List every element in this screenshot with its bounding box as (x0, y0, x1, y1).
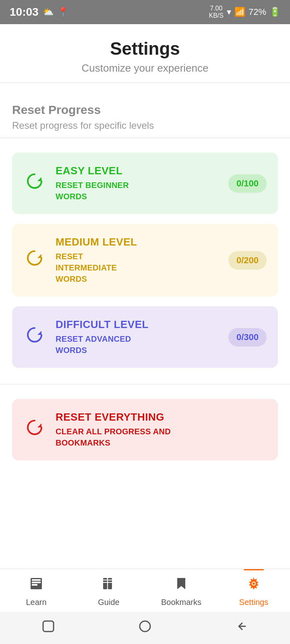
battery-percent: 72% (249, 7, 266, 17)
home-square-button[interactable] (41, 619, 56, 637)
status-left: 10:03 ⛅ 📍 (10, 6, 68, 19)
page-subtitle: Customize your experience (8, 62, 282, 74)
nav-items-container: Learn Guide Bookmarks (0, 569, 290, 612)
reset-all-name: RESET EVERYTHING (56, 411, 267, 423)
medium-level-name: MEDIUM LEVEL (56, 236, 219, 248)
status-bar: 10:03 ⛅ 📍 7.00KB/S ▾ 📶 72% 🔋 (0, 0, 290, 24)
reset-all-card[interactable]: RESET EVERYTHING CLEAR ALL PROGRESS ANDB… (12, 399, 278, 460)
easy-level-card[interactable]: EASY LEVEL RESET BEGINNERWORDS 0/100 (12, 153, 278, 214)
network-speed: 7.00KB/S (209, 5, 223, 19)
back-button[interactable] (234, 619, 249, 637)
easy-level-name: EASY LEVEL (56, 165, 219, 177)
learn-icon (29, 576, 44, 594)
svg-rect-7 (32, 584, 37, 586)
svg-point-18 (140, 621, 150, 632)
bottom-divider (0, 384, 290, 384)
section-divider (0, 138, 290, 138)
nav-item-settings[interactable]: Settings (218, 576, 290, 607)
guide-icon (102, 576, 116, 594)
svg-marker-3 (37, 423, 41, 427)
signal-icon: 📶 (234, 7, 245, 17)
difficult-level-card[interactable]: DIFFICULT LEVEL RESET ADVANCEDWORDS 0/30… (12, 306, 278, 368)
status-time: 10:03 (10, 6, 39, 19)
easy-card-info: EASY LEVEL RESET BEGINNERWORDS (56, 165, 219, 202)
reset-all-card-info: RESET EVERYTHING CLEAR ALL PROGRESS ANDB… (56, 411, 267, 448)
bookmarks-icon (174, 576, 188, 594)
svg-marker-0 (37, 177, 41, 181)
bottom-navigation: Learn Guide Bookmarks (0, 569, 290, 644)
easy-level-desc: RESET BEGINNERWORDS (56, 180, 219, 202)
settings-icon (246, 576, 261, 594)
svg-marker-2 (37, 331, 41, 335)
svg-rect-11 (108, 580, 112, 580)
medium-reset-icon (23, 248, 46, 272)
home-circle-button[interactable] (137, 619, 153, 637)
svg-rect-17 (43, 621, 54, 632)
medium-level-card[interactable]: MEDIUM LEVEL RESETINTERMEDIATEWORDS 0/20… (12, 224, 278, 297)
svg-rect-6 (32, 582, 41, 583)
difficult-level-name: DIFFICULT LEVEL (56, 318, 219, 331)
page-title: Settings (8, 39, 282, 59)
medium-level-desc: RESETINTERMEDIATEWORDS (56, 251, 219, 285)
nav-item-guide[interactable]: Guide (72, 576, 145, 607)
medium-level-badge: 0/200 (228, 251, 267, 270)
settings-label: Settings (239, 598, 268, 607)
battery-icon: 🔋 (269, 7, 280, 17)
reset-all-icon (23, 417, 46, 442)
weather-icon: ⛅ (43, 7, 54, 17)
level-cards-container: EASY LEVEL RESET BEGINNERWORDS 0/100 MED… (12, 153, 278, 368)
svg-rect-12 (103, 582, 107, 583)
wifi-icon: ▾ (227, 7, 231, 17)
medium-card-info: MEDIUM LEVEL RESETINTERMEDIATEWORDS (56, 236, 219, 285)
page-header: Settings Customize your experience (0, 24, 290, 83)
difficult-level-badge: 0/300 (228, 328, 267, 347)
nav-item-bookmarks[interactable]: Bookmarks (145, 576, 218, 607)
guide-label: Guide (98, 598, 119, 607)
section-title: Reset Progress (12, 103, 278, 117)
learn-label: Learn (26, 598, 46, 607)
nav-item-learn[interactable]: Learn (0, 576, 72, 607)
difficult-card-info: DIFFICULT LEVEL RESET ADVANCEDWORDS (56, 318, 219, 356)
svg-rect-5 (32, 579, 41, 581)
reset-all-desc: CLEAR ALL PROGRESS ANDBOOKMARKS (56, 426, 267, 448)
section-description: Reset progress for specific levels (12, 120, 278, 131)
svg-rect-10 (103, 580, 107, 580)
status-right: 7.00KB/S ▾ 📶 72% 🔋 (209, 5, 280, 19)
svg-rect-13 (108, 582, 112, 583)
easy-reset-icon (23, 171, 46, 196)
easy-level-badge: 0/100 (228, 174, 267, 193)
bookmarks-label: Bookmarks (161, 598, 201, 607)
content-area: Reset Progress Reset progress for specif… (0, 83, 290, 541)
svg-point-16 (253, 582, 255, 585)
reset-section-header: Reset Progress Reset progress for specif… (12, 83, 278, 138)
svg-marker-1 (37, 254, 41, 258)
location-icon: 📍 (58, 7, 68, 17)
difficult-level-desc: RESET ADVANCEDWORDS (56, 333, 219, 356)
active-indicator (244, 569, 264, 570)
system-nav-bar (0, 612, 290, 644)
difficult-reset-icon (23, 325, 46, 349)
